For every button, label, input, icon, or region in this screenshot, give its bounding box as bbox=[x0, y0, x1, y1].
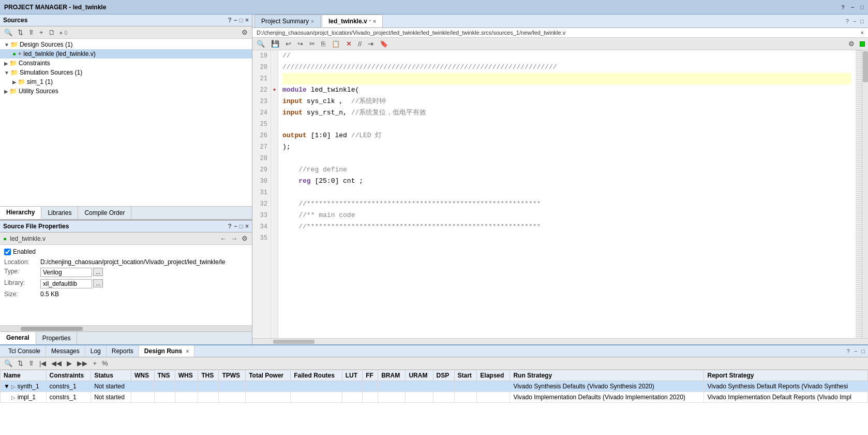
runs-filter-btn[interactable]: ⥣ bbox=[27, 359, 35, 368]
tree-item-constraints[interactable]: ▶ 📁 Constraints bbox=[0, 59, 252, 68]
tree-item-led-twinkle[interactable]: ● ✦ led_twinkle (led_twinkle.v) bbox=[0, 49, 252, 59]
tab-project-summary-label: Project Summary bbox=[261, 18, 309, 25]
runs-sort-btn[interactable]: ⇅ bbox=[17, 359, 24, 368]
bottom-help-icon[interactable]: ? bbox=[847, 348, 850, 354]
tab-led-twinkle-v-close[interactable]: × bbox=[373, 19, 376, 24]
editor-search-btn[interactable]: 🔍 bbox=[256, 39, 266, 48]
tab-led-twinkle-v[interactable]: led_twinkle.v * × bbox=[322, 15, 383, 27]
runs-next-btn[interactable]: ▶▶ bbox=[76, 359, 88, 368]
sort-button[interactable]: ⇅ bbox=[17, 28, 24, 37]
tab-hierarchy[interactable]: Hierarchy bbox=[0, 207, 41, 219]
runs-prev-btn[interactable]: ◀◀ bbox=[50, 359, 63, 368]
sources-help-icon[interactable]: ? bbox=[228, 17, 231, 24]
runs-add-btn[interactable]: + bbox=[92, 359, 98, 368]
sfp-maximize-icon[interactable]: □ bbox=[240, 223, 243, 230]
bottom-maximize-icon[interactable]: □ bbox=[861, 348, 865, 354]
editor-delete-btn[interactable]: ✕ bbox=[345, 39, 353, 48]
sfp-scrollbar-h[interactable] bbox=[0, 325, 252, 331]
filter-button[interactable]: ⥣ bbox=[27, 28, 35, 37]
tab-libraries[interactable]: Libraries bbox=[41, 207, 78, 219]
tree-item-sim1[interactable]: ▶ 📁 sim_1 (1) bbox=[0, 77, 252, 86]
design-runs-close-icon[interactable]: × bbox=[186, 349, 189, 354]
editor-indent-btn[interactable]: ⇥ bbox=[367, 39, 375, 48]
synth1-total-power bbox=[246, 381, 291, 392]
delete-button[interactable]: 🗋 bbox=[48, 28, 56, 37]
sfp-library-input[interactable] bbox=[40, 279, 92, 288]
sfp-filename: led_twinkle.v bbox=[10, 235, 46, 242]
synth1-expand-icon[interactable]: ▼ bbox=[4, 383, 10, 390]
impl1-child-icon[interactable]: ▷ bbox=[11, 395, 16, 400]
editor-scrollbar-v[interactable] bbox=[862, 50, 868, 338]
tab-messages[interactable]: Messages bbox=[46, 345, 85, 357]
sfp-settings-icon[interactable]: ⚙ bbox=[241, 234, 249, 243]
line-numbers: 19 20 21 22 23 24 25 26 27 28 29 30 31 3… bbox=[252, 50, 271, 338]
sfp-bottom-tabs: General Properties bbox=[0, 331, 252, 344]
code-content[interactable]: // /////////////////////////////////////… bbox=[278, 50, 856, 338]
synth1-ths bbox=[198, 381, 219, 392]
tab-tcl-console[interactable]: Tcl Console bbox=[3, 345, 46, 357]
editor-redo-btn[interactable]: ↪ bbox=[296, 39, 304, 48]
impl1-name: ▷ impl_1 bbox=[1, 392, 47, 403]
runs-first-btn[interactable]: |◀ bbox=[38, 359, 47, 368]
runs-search-btn[interactable]: 🔍 bbox=[3, 359, 13, 368]
sfp-library-btn[interactable]: ... bbox=[93, 279, 103, 287]
sfp-close-icon[interactable]: × bbox=[245, 223, 249, 230]
synth1-status: Not started bbox=[91, 381, 131, 392]
tree-item-utility-sources[interactable]: ▶ 📁 Utility Sources bbox=[0, 86, 252, 96]
editor-save-btn[interactable]: 💾 bbox=[270, 39, 280, 48]
editor-bookmark-btn[interactable]: 🔖 bbox=[379, 39, 389, 48]
tab-properties[interactable]: Properties bbox=[36, 332, 78, 344]
sfp-minimize-icon[interactable]: − bbox=[234, 223, 237, 230]
sources-minimize-icon[interactable]: − bbox=[234, 17, 237, 24]
editor-scrollbar-h[interactable] bbox=[252, 338, 868, 344]
title-minimize-icon[interactable]: − bbox=[851, 4, 854, 10]
tab-log[interactable]: Log bbox=[85, 345, 107, 357]
editor-help-icon[interactable]: ? bbox=[846, 18, 849, 24]
tab-general[interactable]: General bbox=[0, 332, 36, 344]
sfp-type-btn[interactable]: ... bbox=[93, 268, 103, 276]
editor-minimize-icon[interactable]: − bbox=[853, 18, 856, 24]
sources-close-icon[interactable]: × bbox=[245, 17, 249, 24]
synth1-child-icon[interactable]: ▷ bbox=[11, 384, 16, 389]
sources-maximize-icon[interactable]: □ bbox=[240, 17, 243, 24]
dot-icon-led-twinkle: ● bbox=[12, 50, 16, 57]
title-help-icon[interactable]: ? bbox=[841, 4, 845, 10]
editor-comment-btn[interactable]: // bbox=[357, 39, 363, 48]
sfp-back-icon[interactable]: ← bbox=[219, 234, 228, 243]
table-row-synth1[interactable]: ▼ ▷ synth_1 constrs_1 Not started bbox=[1, 381, 868, 392]
table-row-impl1[interactable]: ▷ impl_1 constrs_1 Not started bbox=[1, 392, 868, 403]
tree-item-sim-sources[interactable]: ▼ 📁 Simulation Sources (1) bbox=[0, 68, 252, 77]
sfp-forward-icon[interactable]: → bbox=[230, 234, 238, 243]
editor-copy-btn[interactable]: ⎘ bbox=[320, 39, 326, 48]
editor-undo-btn[interactable]: ↩ bbox=[285, 39, 292, 48]
editor-maximize-icon[interactable]: □ bbox=[860, 18, 864, 24]
tab-project-summary-close[interactable]: × bbox=[311, 19, 314, 24]
tab-design-runs[interactable]: Design Runs × bbox=[139, 345, 195, 357]
search-button[interactable]: 🔍 bbox=[3, 28, 13, 37]
sfp-enabled-checkbox[interactable] bbox=[4, 249, 11, 255]
editor-cut-btn[interactable]: ✂ bbox=[308, 39, 316, 48]
tab-reports[interactable]: Reports bbox=[107, 345, 139, 357]
sfp-enabled-row: Enabled bbox=[4, 248, 248, 255]
tab-project-summary[interactable]: Project Summary × bbox=[255, 15, 321, 27]
sfp-type-input[interactable] bbox=[40, 268, 92, 277]
editor-settings-btn[interactable]: ⚙ bbox=[847, 39, 856, 48]
tab-compile-order[interactable]: Compile Order bbox=[78, 207, 131, 219]
title-maximize-icon[interactable]: □ bbox=[860, 4, 864, 10]
sfp-scrollbar-thumb[interactable] bbox=[21, 327, 83, 331]
tree-item-design-sources[interactable]: ▼ 📁 Design Sources (1) bbox=[0, 40, 252, 49]
bottom-minimize-icon[interactable]: − bbox=[854, 348, 857, 354]
sfp-size-value: 0.5 KB bbox=[40, 291, 248, 298]
runs-percent-btn[interactable]: % bbox=[101, 359, 109, 368]
editor-path-close-icon[interactable]: × bbox=[861, 30, 864, 36]
sfp-help-icon[interactable]: ? bbox=[228, 223, 231, 230]
sources-settings-icon[interactable]: ⚙ bbox=[241, 28, 249, 37]
runs-play-btn[interactable]: ▶ bbox=[66, 359, 73, 368]
synth1-name: ▼ ▷ synth_1 bbox=[1, 381, 47, 392]
utility-sources-label: Utility Sources bbox=[19, 88, 58, 95]
editor-area[interactable]: 19 20 21 22 23 24 25 26 27 28 29 30 31 3… bbox=[252, 50, 868, 338]
synth1-run-strategy: Vivado Synthesis Defaults (Vivado Synthe… bbox=[510, 381, 704, 392]
editor-paste-btn[interactable]: 📋 bbox=[331, 39, 341, 48]
add-button[interactable]: + bbox=[38, 28, 44, 37]
code-line-19: // bbox=[282, 50, 851, 62]
